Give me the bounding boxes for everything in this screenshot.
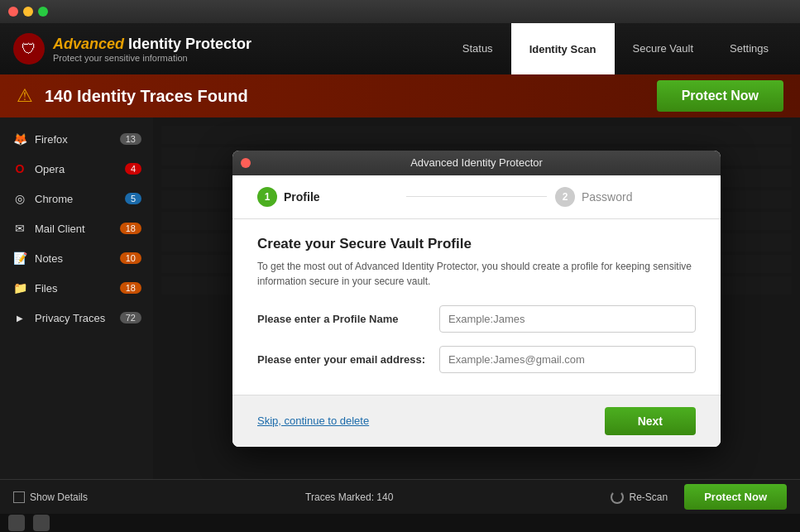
protect-now-button[interactable]: Protect Now [657,80,783,112]
next-button[interactable]: Next [605,407,696,435]
form-row-email: Please enter your email address: [257,346,696,373]
modal-body: 1 Profile 2 Password Create your Secure … [232,175,721,447]
rescan-button[interactable]: Re-Scan [611,491,668,504]
show-details-label: Show Details [30,491,88,503]
bottom-bar: Show Details Traces Marked: 140 Re-Scan … [0,479,800,514]
step-profile: 1 Profile [257,187,398,207]
logo-shield-icon: 🛡 [22,41,36,58]
expand-icon: ▶ [12,309,28,326]
app-title-rest: Identity Protector [124,36,251,52]
sidebar-item-chrome[interactable]: ◎ Chrome 5 [0,184,153,213]
mac-finder-icon [8,515,25,531]
sidebar-item-opera[interactable]: O Opera 4 [0,154,153,184]
modal-form-content: Create your Secure Vault Profile To get … [232,219,721,395]
rescan-icon [611,491,624,504]
mac-universal-icon [33,515,50,531]
sidebar-label-firefox: Firefox [35,133,120,146]
sidebar-label-mail: Mail Client [35,223,120,235]
sidebar-item-privacy-traces[interactable]: ▶ Privacy Traces 72 [0,303,153,333]
alert-text: 140 Identity Traces Found [45,87,657,106]
skip-link[interactable]: Skip, continue to delete [257,415,369,427]
sidebar-badge-notes: 10 [120,252,141,264]
app-title-italic: Advanced [53,36,124,52]
modal-title: Advanced Identity Protector [410,156,543,169]
app-logo: 🛡 [13,33,45,65]
email-input[interactable] [439,346,696,373]
form-row-profile-name: Please enter a Profile Name [257,305,696,333]
sidebar-item-notes[interactable]: 📝 Notes 10 [0,243,153,273]
notes-icon: 📝 [12,250,28,266]
sidebar-label-opera: Opera [35,163,125,175]
app-title-block: Advanced Identity Protector Protect your… [53,36,444,63]
modal-close-button[interactable] [241,158,251,168]
rescan-label: Re-Scan [629,491,668,503]
alert-banner: ⚠ 140 Identity Traces Found Protect Now [0,74,800,117]
sidebar-item-files[interactable]: 📁 Files 18 [0,273,153,303]
step-password: 2 Password [555,187,696,207]
step-label-profile: Profile [284,190,320,204]
modal-description: To get the most out of Advanced Identity… [257,259,696,289]
sidebar-label-files: Files [35,282,120,295]
tab-identity-scan[interactable]: Identity Scan [511,23,615,74]
modal-titlebar: Advanced Identity Protector [232,151,721,175]
step-circle-password: 2 [555,187,575,207]
modal-footer: Skip, continue to delete Next [232,395,721,447]
show-details-checkbox-row[interactable]: Show Details [13,491,88,503]
warning-icon: ⚠ [17,85,33,107]
sidebar-badge-firefox: 13 [120,133,141,145]
chrome-icon: ◎ [12,190,28,207]
firefox-icon: 🦊 [12,131,28,147]
modal-steps: 1 Profile 2 Password [232,175,721,219]
main-area: 🦊 Firefox 13 O Opera 4 ◎ Chrome 5 ✉ Mail… [0,117,800,479]
step-circle-profile: 1 [257,187,277,207]
show-details-checkbox[interactable] [13,491,25,503]
tab-settings[interactable]: Settings [711,23,787,74]
sidebar: 🦊 Firefox 13 O Opera 4 ◎ Chrome 5 ✉ Mail… [0,117,153,479]
modal-heading: Create your Secure Vault Profile [257,236,696,252]
app-header: 🛡 Advanced Identity Protector Protect yo… [0,23,800,74]
sidebar-badge-privacy: 72 [120,312,141,324]
protect-now-bottom-button[interactable]: Protect Now [684,484,787,510]
mail-icon: ✉ [12,220,28,237]
step-label-password: Password [582,190,632,204]
sidebar-badge-mail: 18 [120,223,141,234]
mac-bar [0,514,800,532]
sidebar-item-firefox[interactable]: 🦊 Firefox 13 [0,124,153,154]
step-divider [406,196,547,197]
sidebar-label-privacy: Privacy Traces [35,312,120,324]
files-icon: 📁 [12,280,28,296]
maximize-btn[interactable] [38,7,48,17]
sidebar-badge-chrome: 5 [125,193,141,204]
nav-tabs: Status Identity Scan Secure Vault Settin… [444,23,787,74]
sidebar-badge-files: 18 [120,282,141,294]
email-label: Please enter your email address: [257,353,439,366]
minimize-btn[interactable] [23,7,33,17]
tab-secure-vault[interactable]: Secure Vault [615,23,711,74]
traces-marked-text: Traces Marked: 140 [88,491,611,503]
main-content: Advanced Identity Protector 1 Profile 2 … [153,117,800,479]
modal-dialog: Advanced Identity Protector 1 Profile 2 … [232,151,721,447]
profile-name-input[interactable] [439,305,696,333]
profile-name-label: Please enter a Profile Name [257,313,439,325]
opera-icon: O [12,161,28,177]
sidebar-item-mail-client[interactable]: ✉ Mail Client 18 [0,213,153,243]
tab-status[interactable]: Status [444,23,511,74]
sidebar-badge-opera: 4 [125,163,141,175]
close-btn[interactable] [8,7,18,17]
sidebar-label-chrome: Chrome [35,193,125,205]
title-bar [0,0,800,23]
app-subtitle: Protect your sensitive information [53,53,444,63]
app-title: Advanced Identity Protector [53,36,444,53]
sidebar-label-notes: Notes [35,252,120,265]
